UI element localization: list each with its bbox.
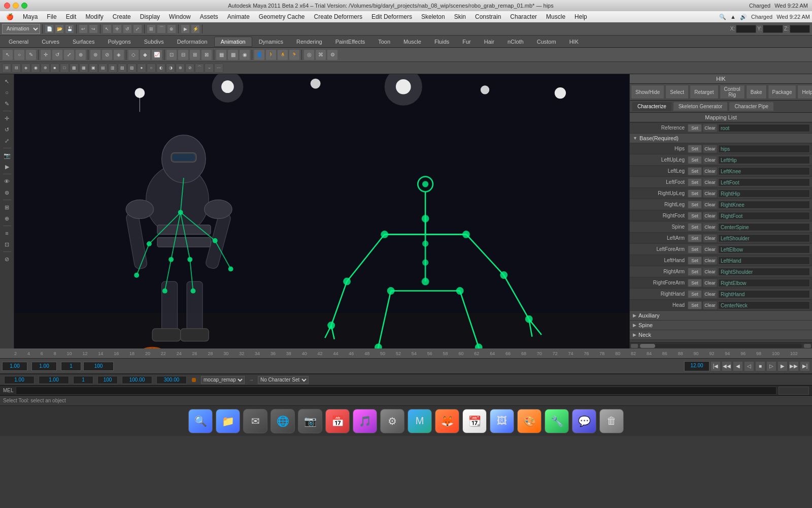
menu-modify[interactable]: Modify: [81, 12, 107, 21]
hik-select-btn[interactable]: Select: [665, 85, 689, 99]
y-input[interactable]: [763, 25, 783, 33]
hik-scroll-track[interactable]: [640, 344, 802, 348]
ls-scale-icon[interactable]: ⤢: [2, 136, 12, 146]
status-field1[interactable]: [4, 376, 35, 384]
hik-tab-characterize[interactable]: Characterize: [632, 102, 672, 111]
it2-14[interactable]: ▨: [127, 64, 137, 73]
menu-window[interactable]: Window: [165, 12, 195, 21]
hik-clear-btn-10[interactable]: Clear: [703, 257, 717, 265]
it-char4[interactable]: 🏃: [289, 49, 300, 60]
menu-constrain[interactable]: Constrain: [471, 12, 505, 21]
hik-set-btn-8[interactable]: Set: [688, 234, 702, 242]
it2-13[interactable]: ▧: [118, 64, 127, 73]
hik-clear-btn-9[interactable]: Clear: [703, 245, 717, 253]
ls-channels[interactable]: ≡: [2, 228, 12, 238]
menu-maya[interactable]: Maya: [19, 12, 42, 21]
tab-hair[interactable]: Hair: [478, 37, 501, 47]
dock-firefox[interactable]: 🦊: [435, 409, 459, 433]
tab-dynamics[interactable]: Dynamics: [252, 37, 290, 47]
dock-trash[interactable]: 🗑: [599, 409, 624, 433]
it-misc1[interactable]: ◎: [303, 49, 315, 60]
it-char1[interactable]: 👤: [254, 49, 265, 60]
hik-clear-btn-14[interactable]: Clear: [703, 301, 717, 309]
play-back-btn[interactable]: ◁: [744, 361, 754, 371]
it2-9[interactable]: ▦: [79, 64, 88, 73]
hik-clear-btn-7[interactable]: Clear: [703, 223, 717, 231]
skip-start-btn[interactable]: |◀: [710, 361, 721, 371]
tab-curves[interactable]: Curves: [35, 37, 66, 47]
hik-help-btn[interactable]: Help: [797, 85, 812, 99]
hik-ref-clear-btn[interactable]: Clear: [703, 124, 717, 132]
it2-15[interactable]: ●: [137, 64, 146, 73]
tb-snap-curve[interactable]: ⌒: [157, 24, 166, 34]
hik-clear-btn-2[interactable]: Clear: [703, 167, 717, 175]
ls-grid[interactable]: ⊞: [2, 202, 12, 212]
it-deform3[interactable]: ⊞: [189, 49, 200, 60]
tab-ncloth[interactable]: nCloth: [501, 37, 530, 47]
tb-open-icon[interactable]: 📂: [55, 24, 64, 34]
tab-deformation[interactable]: Deformation: [171, 37, 214, 47]
it-lasso[interactable]: ○: [14, 49, 25, 60]
x-input[interactable]: [736, 25, 756, 33]
menu-create[interactable]: Create: [109, 12, 135, 21]
tb-undo-icon[interactable]: ↩: [79, 24, 88, 34]
hik-set-btn-13[interactable]: Set: [688, 290, 702, 298]
hik-ref-set-btn[interactable]: Set: [688, 124, 702, 132]
hik-control-rig-btn[interactable]: Control Rig: [720, 85, 745, 99]
hik-set-btn-9[interactable]: Set: [688, 245, 702, 253]
status-field4[interactable]: [97, 376, 118, 384]
tb-new-icon[interactable]: 📄: [45, 24, 54, 34]
dock-iphoto[interactable]: 📷: [298, 409, 322, 433]
tb-render-icon[interactable]: ▶: [181, 24, 190, 34]
it-rotate[interactable]: ↺: [52, 49, 63, 60]
it-ik-handle[interactable]: ⊘: [101, 49, 113, 60]
it2-snap[interactable]: ⊗: [176, 64, 185, 73]
menu-character[interactable]: Character: [506, 12, 541, 21]
dock-system-prefs[interactable]: ⚙: [380, 409, 404, 433]
hik-set-btn-11[interactable]: Set: [688, 268, 702, 276]
hik-set-btn-1[interactable]: Set: [688, 156, 702, 164]
it-anim-key2[interactable]: ◆: [140, 49, 151, 60]
it2-17[interactable]: ◐: [156, 64, 165, 73]
menu-search-icon[interactable]: 🔍: [719, 14, 726, 20]
mocap-select[interactable]: mocap_remap: [201, 376, 245, 384]
dock-finder[interactable]: 🔍: [188, 409, 213, 433]
tab-surfaces[interactable]: Surfaces: [66, 37, 101, 47]
ls-rotate-icon[interactable]: ↺: [2, 124, 12, 135]
next-frame-btn[interactable]: ▶: [777, 361, 788, 371]
hik-clear-btn-1[interactable]: Clear: [703, 156, 717, 164]
dock-folder[interactable]: 📁: [216, 409, 240, 433]
hik-set-btn-5[interactable]: Set: [688, 201, 702, 209]
menu-file[interactable]: File: [43, 12, 60, 21]
it-anim-key[interactable]: ◇: [128, 49, 139, 60]
timeline-ruler[interactable]: 2468101214161820222426283032343638404244…: [0, 348, 812, 359]
stop-btn[interactable]: ■: [755, 361, 765, 371]
hik-set-btn-4[interactable]: Set: [688, 189, 702, 198]
tb-snap-point[interactable]: ⊕: [167, 24, 176, 34]
hik-set-btn-7[interactable]: Set: [688, 223, 702, 231]
skip-end-btn[interactable]: ▶|: [800, 361, 810, 371]
hik-clear-btn-3[interactable]: Clear: [703, 178, 717, 186]
menu-assets[interactable]: Assets: [196, 12, 222, 21]
ls-snap[interactable]: ⊕: [2, 213, 12, 224]
status-field3[interactable]: [73, 376, 93, 384]
it-deform2[interactable]: ⊟: [178, 49, 189, 60]
status-range-start[interactable]: [122, 376, 152, 384]
hik-scroll-thumb[interactable]: [640, 344, 655, 348]
tb-ipr-icon[interactable]: ⚡: [191, 24, 200, 34]
hik-package-btn[interactable]: Package: [768, 85, 797, 99]
hik-clear-btn-8[interactable]: Clear: [703, 234, 717, 242]
it-render3[interactable]: ◉: [239, 49, 250, 60]
hik-clear-btn-11[interactable]: Clear: [703, 268, 717, 276]
hik-section-neck[interactable]: ▶ Neck: [630, 330, 812, 340]
it-move[interactable]: ✛: [40, 49, 51, 60]
ls-attr[interactable]: ⊡: [2, 239, 12, 249]
menu-help[interactable]: Help: [570, 12, 591, 21]
it2-6[interactable]: ■: [50, 64, 59, 73]
hik-bake-btn[interactable]: Bake: [746, 85, 767, 99]
it-cluster[interactable]: ◈: [113, 49, 124, 60]
ls-show-hide[interactable]: 👁: [2, 176, 12, 186]
hik-section-spine[interactable]: ▶ Spine: [630, 321, 812, 330]
play-fwd-btn[interactable]: ▷: [766, 361, 776, 371]
hik-clear-btn-4[interactable]: Clear: [703, 189, 717, 198]
